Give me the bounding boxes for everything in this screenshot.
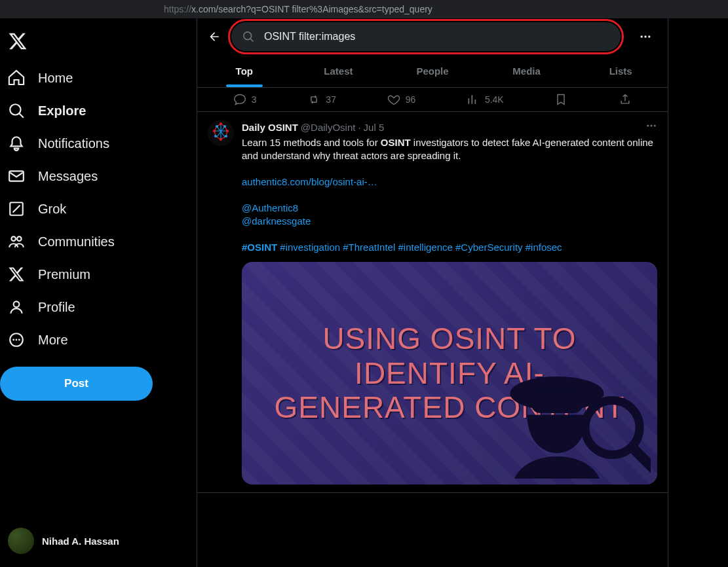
svg-point-26 [647,125,649,127]
sidebar-item-explore[interactable]: Explore [0,94,191,127]
svg-point-7 [14,301,20,307]
account-name: Nihad A. Hassan [42,536,119,547]
reply-button[interactable]: 3 [233,93,257,106]
heart-icon [387,93,400,106]
svg-point-24 [213,130,216,132]
retweet-button[interactable]: 37 [307,93,336,106]
like-count: 96 [406,94,416,105]
sidebar-item-label: Grok [38,202,66,217]
post-button[interactable]: Post [0,367,153,401]
account-switcher[interactable]: Nihad A. Hassan [0,520,191,562]
search-input[interactable] [264,31,610,43]
search-tabs: Top Latest People Media Lists [197,55,668,88]
like-button[interactable]: 96 [387,93,416,106]
svg-line-1 [19,113,24,118]
svg-point-21 [225,135,227,137]
search-icon [8,102,25,119]
sidebar-item-label: Communities [38,234,115,249]
bookmark-button[interactable] [554,93,567,106]
main-column: Top Latest People Media Lists 3 37 96 5.… [197,18,668,567]
text-bold: OSINT [381,137,411,148]
tab-top[interactable]: Top [197,55,292,87]
sidebar: Home Explore Notifications Messages Grok… [0,18,197,567]
sidebar-item-premium[interactable]: Premium [0,258,191,291]
right-rail [668,18,727,567]
sidebar-item-more[interactable]: More [0,323,191,356]
svg-point-15 [644,35,646,37]
x-logo-button[interactable] [0,24,191,62]
svg-line-13 [250,39,253,41]
share-button[interactable] [619,93,632,106]
svg-point-14 [641,35,643,37]
svg-point-9 [12,339,14,341]
x-logo-icon [8,31,28,51]
avatar-icon [208,120,234,146]
hashtag[interactable]: #OSINT [242,242,277,253]
more-circle-icon [8,331,25,348]
svg-line-4 [13,206,20,213]
search-box[interactable] [231,22,621,51]
tab-latest[interactable]: Latest [292,55,386,87]
views-button[interactable]: 5.4K [467,93,504,106]
bell-icon [8,135,25,152]
envelope-icon [8,168,25,185]
sidebar-item-label: Messages [38,169,98,184]
x-icon [8,266,25,283]
back-button[interactable] [202,25,226,48]
search-icon [242,30,255,43]
url-scheme: https:// [164,4,191,14]
sidebar-item-label: Profile [38,300,75,315]
sidebar-item-profile[interactable]: Profile [0,291,191,323]
sidebar-item-home[interactable]: Home [0,62,191,94]
svg-point-25 [216,125,218,128]
spy-illustration-icon [480,334,651,485]
tab-media[interactable]: Media [480,55,574,87]
tweet-date[interactable]: Jul 5 [364,121,385,134]
share-icon [619,93,632,106]
tweet-media[interactable]: USING OSINT TO IDENTIFY AI-GENERATED CON… [242,262,657,485]
sidebar-item-label: Notifications [38,136,109,151]
profile-icon [8,299,25,316]
tweet-avatar[interactable] [208,120,234,146]
svg-point-16 [648,35,650,37]
svg-line-32 [632,447,651,470]
tweet-text: Learn 15 methods and tools for OSINT inv… [242,136,657,254]
views-count: 5.4K [485,94,504,105]
svg-point-19 [223,125,226,128]
tweet-link[interactable]: authentic8.com/blog/osint-ai-… [242,176,377,187]
grok-icon [8,200,25,217]
sidebar-item-communities[interactable]: Communities [0,225,191,258]
browser-address-bar[interactable]: https:// x.com/search?q=OSINT filter%3Ai… [0,0,728,18]
hashtags[interactable]: #investigation #ThreatIntel #intelligenc… [277,242,562,253]
svg-point-27 [651,125,653,127]
home-icon [8,69,25,86]
mention[interactable]: @darknessgate [242,215,311,227]
svg-point-10 [16,339,18,341]
svg-point-28 [654,125,656,127]
reply-icon [233,93,246,106]
people-icon [8,233,25,250]
tab-lists[interactable]: Lists [573,55,668,87]
views-icon [467,93,480,106]
tweet-more-button[interactable] [645,120,657,135]
sidebar-item-label: Explore [38,103,86,119]
sidebar-item-label: Premium [38,267,90,282]
url-rest: x.com/search?q=OSINT filter%3Aimages&src… [191,4,432,14]
tab-people[interactable]: People [385,55,480,87]
svg-point-0 [10,104,20,115]
engagement-bar: 3 37 96 5.4K [197,88,668,112]
svg-point-20 [226,130,229,132]
avatar [8,528,34,554]
svg-point-22 [220,138,222,141]
sidebar-item-notifications[interactable]: Notifications [0,127,191,160]
search-options-button[interactable] [634,25,657,48]
retweet-count: 37 [326,94,336,105]
tweet-author[interactable]: Daily OSINT [242,121,298,134]
svg-point-23 [214,135,217,137]
tweet-handle[interactable]: @DailyOsint [301,121,356,134]
sidebar-item-messages[interactable]: Messages [0,160,191,192]
sidebar-item-label: Home [38,71,73,86]
sidebar-item-grok[interactable]: Grok [0,192,191,225]
tweet[interactable]: Daily OSINT @DailyOsint · Jul 5 Learn 15… [197,112,668,493]
mention[interactable]: @Authentic8 [242,202,298,213]
